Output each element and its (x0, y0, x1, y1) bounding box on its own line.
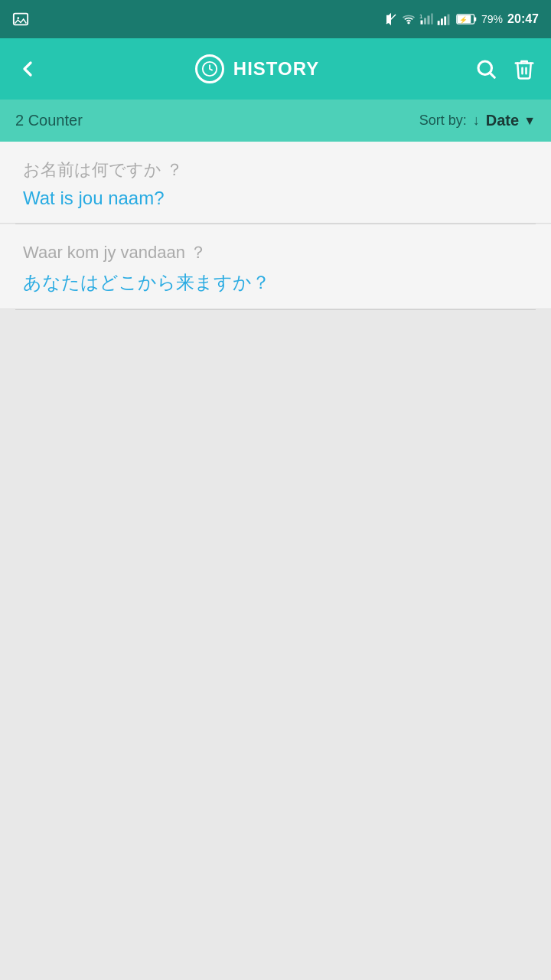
battery-percent: 79% (481, 13, 503, 25)
dropdown-arrow-icon: ▼ (523, 114, 536, 128)
counter-label: 2 Counter (15, 112, 83, 129)
clock-icon (195, 54, 224, 83)
svg-line-19 (491, 74, 495, 78)
svg-text:1: 1 (419, 13, 422, 20)
svg-rect-11 (444, 16, 446, 24)
status-left-icons (12, 11, 29, 28)
svg-rect-6 (428, 16, 430, 24)
page-title: HISTORY (233, 58, 319, 80)
history-item[interactable]: お名前は何ですか ？ Wat is jou naam? (0, 142, 551, 224)
app-bar-actions (474, 57, 536, 80)
photo-icon (12, 11, 29, 28)
translated-text: あなたはどこから来ますか？ (23, 270, 528, 295)
svg-rect-10 (441, 18, 443, 25)
signal1-icon: 1 (419, 12, 433, 26)
svg-point-1 (17, 17, 19, 19)
signal2-icon (437, 12, 452, 26)
svg-rect-14 (474, 17, 477, 21)
app-bar: HISTORY (0, 38, 551, 100)
status-bar: 1 ⚡ 79% 20:47 (0, 0, 551, 38)
delete-button[interactable] (513, 57, 536, 80)
mute-icon (384, 12, 398, 26)
history-item[interactable]: Waar kom jy vandaan ？ あなたはどこから来ますか？ (0, 224, 551, 309)
svg-rect-12 (448, 15, 450, 25)
original-text: Waar kom jy vandaan ？ (23, 241, 528, 264)
status-right-icons: 1 ⚡ 79% 20:47 (384, 12, 539, 26)
sort-by-label: Sort by: (419, 113, 467, 129)
sort-controls[interactable]: Sort by: ↓ Date ▼ (419, 112, 536, 129)
wifi-icon (402, 12, 416, 26)
search-button[interactable] (474, 57, 497, 80)
translated-text: Wat is jou naam? (23, 188, 528, 209)
svg-rect-7 (431, 14, 433, 24)
sort-dropdown[interactable]: Date ▼ (486, 112, 536, 129)
history-list: お名前は何ですか ？ Wat is jou naam? Waar kom jy … (0, 142, 551, 310)
sort-arrow-icon: ↓ (473, 113, 480, 129)
back-button[interactable] (15, 57, 40, 81)
svg-text:⚡: ⚡ (459, 15, 468, 24)
battery-icon: ⚡ (456, 14, 478, 24)
svg-rect-5 (424, 18, 426, 24)
sort-value: Date (486, 112, 519, 129)
svg-rect-4 (421, 21, 423, 24)
divider (15, 309, 536, 310)
svg-rect-9 (438, 21, 440, 25)
sort-bar: 2 Counter Sort by: ↓ Date ▼ (0, 100, 551, 142)
original-text: お名前は何ですか ？ (23, 158, 528, 181)
status-time: 20:47 (507, 12, 539, 26)
app-bar-title: HISTORY (195, 54, 319, 83)
svg-point-3 (408, 22, 409, 24)
